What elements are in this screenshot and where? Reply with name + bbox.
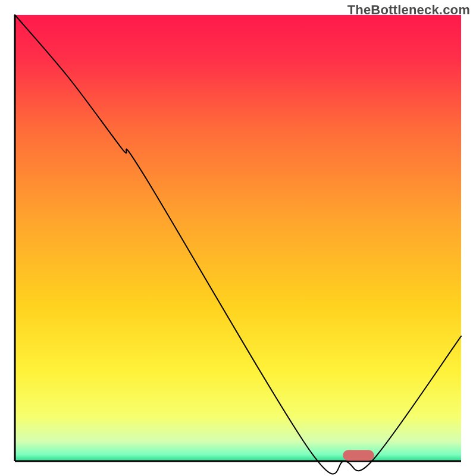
chart-container: TheBottleneck.com [0,0,476,476]
optimal-marker [343,450,374,461]
watermark-text: TheBottleneck.com [347,2,470,18]
bottleneck-chart [0,0,476,476]
plot-background [15,15,461,461]
